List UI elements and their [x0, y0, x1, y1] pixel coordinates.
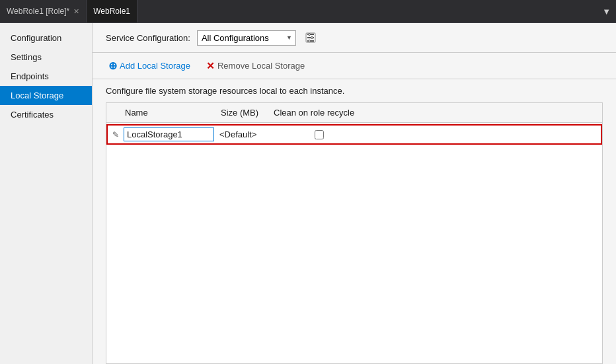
tab-role-inactive[interactable]: WebRole1 [Role]* ✕ [0, 0, 87, 22]
sidebar: Configuration Settings Endpoints Local S… [0, 23, 93, 364]
remove-local-storage-button[interactable]: ✕ Remove Local Storage [204, 59, 307, 73]
content-area: Service Configuration: All Configuration… [93, 23, 616, 364]
local-storage-table: Name Size (MB) Clean on role recycle ✎ <… [106, 102, 603, 364]
table-header: Name Size (MB) Clean on role recycle [106, 103, 602, 123]
sidebar-item-settings[interactable]: Settings [0, 48, 92, 67]
description-text: Configure file system storage resources … [93, 86, 616, 102]
tab-dropdown-arrow[interactable]: ▼ [597, 0, 616, 22]
main-area: Configuration Settings Endpoints Local S… [0, 23, 616, 364]
tab-role-active[interactable]: WebRole1 [87, 0, 137, 22]
service-config-settings-button[interactable] [303, 30, 319, 46]
title-bar: WebRole1 [Role]* ✕ WebRole1 ▼ [0, 0, 616, 23]
add-icon: ⊕ [108, 59, 117, 72]
tab-close-icon[interactable]: ✕ [73, 7, 79, 16]
remove-local-storage-label: Remove Local Storage [217, 61, 305, 71]
tab-inactive-label: WebRole1 [Role]* [7, 7, 69, 16]
cell-size: <Default> [217, 127, 270, 141]
svg-point-6 [308, 40, 310, 42]
sidebar-item-endpoints[interactable]: Endpoints [0, 67, 92, 86]
add-local-storage-button[interactable]: ⊕ Add Local Storage [106, 58, 193, 73]
svg-point-4 [308, 34, 310, 36]
service-config-bar: Service Configuration: All Configuration… [93, 23, 616, 53]
column-header-extra [367, 106, 602, 120]
table-row: ✎ <Default> [106, 124, 602, 145]
service-config-select-wrapper[interactable]: All Configurations Cloud Local [197, 30, 296, 46]
column-header-size: Size (MB) [215, 106, 268, 120]
column-header-name: Name [106, 106, 215, 120]
svg-point-5 [311, 37, 313, 39]
sidebar-item-local-storage[interactable]: Local Storage [0, 86, 92, 105]
clean-on-recycle-checkbox[interactable] [315, 130, 324, 139]
column-header-clean: Clean on role recycle [268, 106, 367, 120]
sidebar-item-certificates[interactable]: Certificates [0, 105, 92, 124]
tab-active-label: WebRole1 [93, 7, 130, 16]
sidebar-item-configuration[interactable]: Configuration [0, 28, 92, 48]
cell-name[interactable] [121, 126, 217, 143]
name-input[interactable] [124, 127, 214, 141]
cell-extra [369, 133, 601, 137]
settings-icon [305, 32, 316, 43]
cell-clean-on-recycle[interactable] [270, 128, 369, 141]
service-config-label: Service Configuration: [106, 33, 190, 43]
row-edit-icon: ✎ [108, 130, 121, 139]
toolbar: ⊕ Add Local Storage ✕ Remove Local Stora… [93, 53, 616, 79]
remove-icon: ✕ [206, 60, 215, 72]
add-local-storage-label: Add Local Storage [120, 61, 190, 71]
service-config-select[interactable]: All Configurations Cloud Local [197, 30, 296, 46]
